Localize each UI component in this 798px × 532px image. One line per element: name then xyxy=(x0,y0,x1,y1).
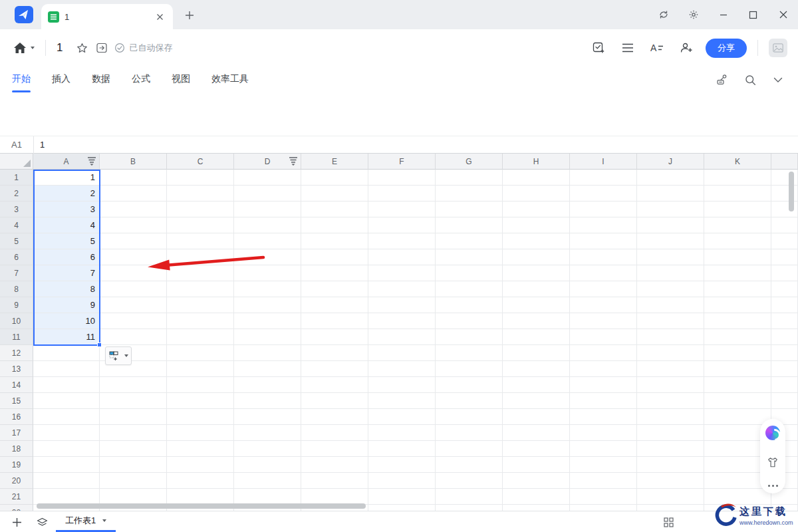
cell-K6[interactable] xyxy=(704,249,771,265)
cell-I12[interactable] xyxy=(570,345,637,361)
cell-G1[interactable] xyxy=(436,170,503,186)
cell-B4[interactable] xyxy=(100,217,167,233)
cell-C20[interactable] xyxy=(167,473,234,489)
cell-F10[interactable] xyxy=(368,313,436,329)
cell-C14[interactable] xyxy=(167,377,234,393)
cell-A3[interactable]: 3 xyxy=(33,201,100,217)
cell-A20[interactable] xyxy=(33,473,100,489)
cell-H5[interactable] xyxy=(503,233,570,249)
cell-J20[interactable] xyxy=(637,473,704,489)
stamp-icon[interactable] xyxy=(714,72,730,88)
column-header-D[interactable]: D xyxy=(234,154,301,170)
cell-I3[interactable] xyxy=(570,201,637,217)
cell-H15[interactable] xyxy=(503,393,570,409)
cell-H4[interactable] xyxy=(503,217,570,233)
cell-partial-13[interactable] xyxy=(771,361,798,377)
cell-D11[interactable] xyxy=(234,329,301,345)
cell-I15[interactable] xyxy=(570,393,637,409)
cell-D1[interactable] xyxy=(234,170,301,186)
cell-C1[interactable] xyxy=(167,170,234,186)
cell-C4[interactable] xyxy=(167,217,234,233)
cell-D7[interactable] xyxy=(234,265,301,281)
cell-J16[interactable] xyxy=(637,409,704,425)
cell-E5[interactable] xyxy=(301,233,368,249)
cell-A19[interactable] xyxy=(33,457,100,473)
cell-F15[interactable] xyxy=(368,393,436,409)
cell-G3[interactable] xyxy=(436,201,503,217)
cell-J19[interactable] xyxy=(637,457,704,473)
cell-D12[interactable] xyxy=(234,345,301,361)
cell-D20[interactable] xyxy=(234,473,301,489)
column-header-E[interactable]: E xyxy=(301,154,368,170)
cell-H8[interactable] xyxy=(503,281,570,297)
cell-F18[interactable] xyxy=(368,441,436,457)
new-tab-button[interactable] xyxy=(182,8,197,23)
cell-partial-14[interactable] xyxy=(771,377,798,393)
cell-E10[interactable] xyxy=(301,313,368,329)
cell-D3[interactable] xyxy=(234,201,301,217)
cell-E8[interactable] xyxy=(301,281,368,297)
cell-J15[interactable] xyxy=(637,393,704,409)
cell-G12[interactable] xyxy=(436,345,503,361)
cell-J17[interactable] xyxy=(637,425,704,441)
menu-icon[interactable] xyxy=(618,38,638,58)
settings-gear-icon[interactable] xyxy=(678,0,708,29)
cell-I5[interactable] xyxy=(570,233,637,249)
cell-partial-9[interactable] xyxy=(771,297,798,313)
cell-K3[interactable] xyxy=(704,201,771,217)
cell-partial-6[interactable] xyxy=(771,249,798,265)
cell-C16[interactable] xyxy=(167,409,234,425)
collapse-ribbon-icon[interactable] xyxy=(770,72,786,88)
cell-C3[interactable] xyxy=(167,201,234,217)
cell-E3[interactable] xyxy=(301,201,368,217)
cell-K1[interactable] xyxy=(704,170,771,186)
cell-I14[interactable] xyxy=(570,377,637,393)
cell-B3[interactable] xyxy=(100,201,167,217)
cell-K12[interactable] xyxy=(704,345,771,361)
cell-partial-1[interactable] xyxy=(771,170,798,186)
cell-partial-7[interactable] xyxy=(771,265,798,281)
cell-B20[interactable] xyxy=(100,473,167,489)
menu-tab-1[interactable]: 开始 xyxy=(12,66,31,93)
app-logo-icon[interactable] xyxy=(15,6,33,23)
row-header-22[interactable]: 22 xyxy=(0,505,33,511)
cell-A6[interactable]: 6 xyxy=(33,249,100,265)
cell-D19[interactable] xyxy=(234,457,301,473)
row-header-21[interactable]: 21 xyxy=(0,489,33,505)
select-all-corner[interactable] xyxy=(0,154,33,170)
sheet-stats-icon[interactable] xyxy=(660,514,677,530)
theme-skin-icon[interactable] xyxy=(766,457,779,468)
document-tab[interactable]: 1 xyxy=(41,4,173,29)
cell-B8[interactable] xyxy=(100,281,167,297)
cell-partial-4[interactable] xyxy=(771,217,798,233)
cell-D9[interactable] xyxy=(234,297,301,313)
add-collaborator-icon[interactable] xyxy=(676,38,696,58)
cell-F21[interactable] xyxy=(368,489,436,505)
cell-H13[interactable] xyxy=(503,361,570,377)
row-header-8[interactable]: 8 xyxy=(0,281,33,297)
cell-D16[interactable] xyxy=(234,409,301,425)
column-header-partial[interactable] xyxy=(771,154,798,170)
cell-K5[interactable] xyxy=(704,233,771,249)
share-button[interactable]: 分享 xyxy=(706,39,747,58)
cell-B17[interactable] xyxy=(100,425,167,441)
cell-G6[interactable] xyxy=(436,249,503,265)
column-header-I[interactable]: I xyxy=(570,154,637,170)
home-button[interactable] xyxy=(13,42,35,54)
cell-E2[interactable] xyxy=(301,186,368,201)
cell-J11[interactable] xyxy=(637,329,704,345)
row-header-2[interactable]: 2 xyxy=(0,186,33,201)
cell-B14[interactable] xyxy=(100,377,167,393)
cell-partial-11[interactable] xyxy=(771,329,798,345)
cell-G16[interactable] xyxy=(436,409,503,425)
avatar[interactable] xyxy=(769,39,787,57)
cell-I7[interactable] xyxy=(570,265,637,281)
cell-A8[interactable]: 8 xyxy=(33,281,100,297)
row-header-11[interactable]: 11 xyxy=(0,329,33,345)
cell-A1[interactable]: 1 xyxy=(33,170,100,186)
cell-A4[interactable]: 4 xyxy=(33,217,100,233)
vertical-scrollbar[interactable] xyxy=(789,172,794,211)
cell-A9[interactable]: 9 xyxy=(33,297,100,313)
cell-H18[interactable] xyxy=(503,441,570,457)
cell-A16[interactable] xyxy=(33,409,100,425)
